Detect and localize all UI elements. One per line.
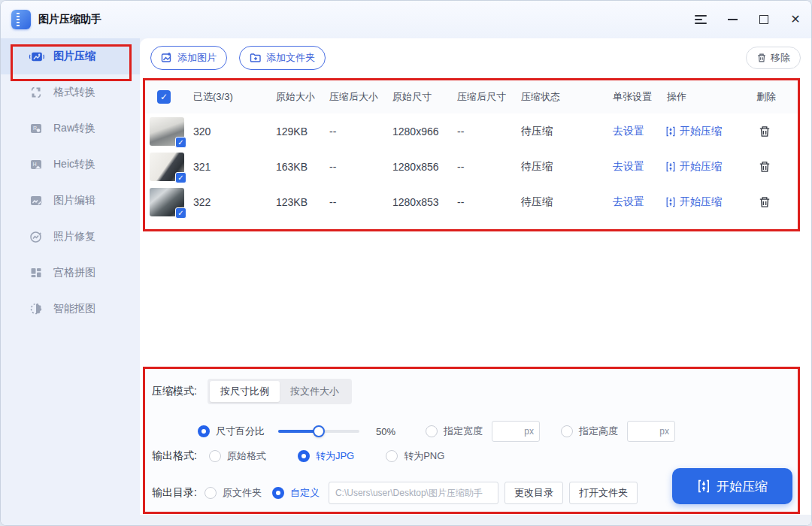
header-action: 操作 [665, 90, 744, 104]
output-format-label: 输出格式: [152, 449, 197, 463]
start-compress-link[interactable]: 开始压缩 [665, 195, 744, 209]
tab-by-file-size[interactable]: 按文件大小 [280, 381, 350, 402]
select-all-checkbox[interactable]: ✓ [157, 90, 171, 104]
format-jpg-radio[interactable] [298, 450, 310, 462]
close-icon[interactable]: ✕ [780, 1, 811, 38]
start-compress-link[interactable]: 开始压缩 [665, 125, 744, 138]
output-dir-label: 输出目录: [152, 486, 197, 500]
file-name: 321 [192, 161, 274, 173]
sidebar-item-label: 宫格拼图 [53, 266, 95, 280]
file-name: 320 [192, 125, 274, 138]
fixed-width-label: 指定宽度 [444, 425, 483, 438]
size-percent-radio[interactable] [198, 425, 210, 437]
selected-check-icon[interactable]: ✓ [175, 137, 186, 148]
table-row: ✓ 322 123KB -- 1280x853 -- 待压缩 去设置 开始压缩 [145, 184, 798, 219]
dir-original-radio[interactable] [205, 487, 217, 499]
go-settings-link[interactable]: 去设置 [611, 160, 665, 174]
comp-size: -- [328, 161, 391, 173]
start-compress-label: 开始压缩 [680, 160, 722, 174]
start-compress-label: 开始压缩 [680, 195, 722, 209]
format-original-radio[interactable] [209, 450, 221, 462]
fixed-height-radio[interactable] [561, 425, 573, 437]
mode-segmented-control: 按尺寸比例 按文件大小 [208, 379, 352, 404]
image-compress-icon [28, 48, 44, 65]
add-image-icon [161, 52, 173, 64]
delete-icon[interactable] [758, 195, 771, 209]
sidebar-item-format-convert[interactable]: 格式转换 [1, 74, 140, 110]
sidebar-item-grid-collage[interactable]: 宫格拼图 [1, 255, 140, 291]
dir-original-label: 原文件夹 [223, 486, 262, 500]
comp-size: -- [328, 196, 391, 208]
format-png-radio[interactable] [386, 450, 398, 462]
selected-check-icon[interactable]: ✓ [175, 172, 186, 183]
photo-repair-icon [28, 228, 44, 245]
orig-dim: 1280x966 [391, 125, 456, 138]
orig-size: 129KB [274, 125, 328, 138]
comp-dim: -- [456, 161, 520, 173]
start-compress-link[interactable]: 开始压缩 [665, 160, 744, 174]
size-percent-label: 尺寸百分比 [216, 425, 265, 438]
minimize-icon[interactable] [717, 1, 748, 38]
open-folder-button[interactable]: 打开文件夹 [569, 482, 638, 504]
fixed-height-label: 指定高度 [579, 425, 618, 438]
size-percent-row: 尺寸百分比 50% 指定宽度 px 指定高度 px [198, 421, 675, 442]
app-window: 图片压缩助手 ✕ 添加图片 [0, 0, 812, 526]
go-settings-link[interactable]: 去设置 [611, 195, 665, 209]
compress-icon [665, 162, 676, 172]
remove-button[interactable]: 移除 [746, 47, 801, 69]
table-row: ✓ 321 163KB -- 1280x856 -- 待压缩 去设置 开始压缩 [145, 149, 798, 184]
sidebar-item-image-edit[interactable]: 图片编辑 [1, 183, 140, 219]
orig-size: 123KB [274, 196, 328, 208]
add-folder-button[interactable]: 添加文件夹 [239, 46, 326, 70]
height-input[interactable]: px [627, 421, 675, 442]
thumbnail[interactable]: ✓ [150, 153, 184, 181]
sidebar-item-image-compress[interactable]: 图片压缩 [1, 38, 140, 74]
table-header-row: ✓ 已选(3/3) 原始大小 压缩后大小 原始尺寸 压缩后尺寸 压缩状态 单张设… [145, 80, 798, 113]
width-input[interactable]: px [492, 421, 540, 442]
delete-icon[interactable] [758, 125, 771, 138]
compress-icon [665, 126, 676, 137]
delete-icon[interactable] [758, 160, 771, 174]
selected-check-icon[interactable]: ✓ [175, 207, 186, 219]
sidebar-item-label: Heic转换 [53, 158, 95, 171]
output-path-input[interactable] [329, 482, 498, 504]
sidebar-item-raw-convert[interactable]: R Raw转换 [1, 110, 140, 147]
sidebar-item-smart-cutout[interactable]: 智能抠图 [1, 291, 140, 327]
change-dir-button[interactable]: 更改目录 [504, 482, 563, 504]
compress-mode-row: 压缩模式: 按尺寸比例 按文件大小 [152, 379, 352, 404]
slider-handle[interactable] [313, 425, 325, 437]
fixed-width-radio[interactable] [426, 425, 438, 437]
start-compress-button[interactable]: 开始压缩 [672, 468, 792, 504]
add-image-label: 添加图片 [177, 51, 217, 65]
tab-by-size-ratio[interactable]: 按尺寸比例 [210, 381, 280, 402]
add-image-button[interactable]: 添加图片 [150, 46, 227, 70]
status-text: 待压缩 [520, 125, 611, 138]
image-edit-icon [28, 192, 44, 209]
output-format-row: 输出格式: 原始格式 转为JPG 转为PNG [152, 449, 444, 463]
go-settings-link[interactable]: 去设置 [611, 125, 665, 138]
thumbnail[interactable]: ✓ [150, 188, 184, 216]
menu-icon[interactable] [685, 1, 717, 38]
svg-text:R: R [33, 125, 37, 131]
dir-custom-label: 自定义 [290, 486, 320, 500]
header-comp-dim: 压缩后尺寸 [456, 90, 520, 104]
orig-dim: 1280x856 [391, 161, 456, 173]
header-orig-dim: 原始尺寸 [391, 90, 456, 104]
sidebar-item-photo-repair[interactable]: 照片修复 [1, 219, 140, 255]
maximize-icon[interactable] [748, 1, 780, 38]
footer-strip [140, 515, 811, 525]
window-controls: ✕ [685, 1, 811, 38]
header-status: 压缩状态 [520, 90, 611, 104]
start-compress-button-label: 开始压缩 [717, 478, 768, 495]
header-single-setting: 单张设置 [611, 90, 665, 104]
header-orig-size: 原始大小 [274, 90, 328, 104]
dir-custom-radio[interactable] [272, 487, 284, 499]
percent-slider[interactable] [278, 430, 359, 433]
sidebar-item-heic-convert[interactable]: H Heic转换 [1, 147, 140, 183]
thumbnail[interactable]: ✓ [150, 117, 184, 146]
toolbar: 添加图片 添加文件夹 移除 [140, 38, 811, 77]
px-suffix: px [659, 426, 669, 437]
sidebar-item-label: 图片压缩 [53, 50, 95, 63]
comp-dim: -- [456, 196, 520, 208]
sidebar-item-label: 格式转换 [53, 86, 95, 99]
